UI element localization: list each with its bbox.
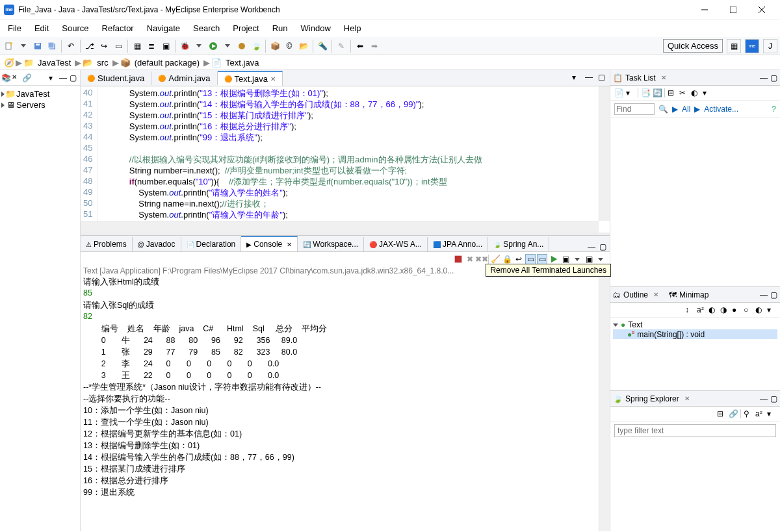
console-dropdown-1[interactable] [572, 254, 582, 264]
breadcrumb-item[interactable]: (default package) [132, 58, 202, 68]
bottom-tab-javadoc[interactable]: @Javadoc [133, 237, 181, 251]
breadcrumb-item[interactable]: src [94, 58, 110, 68]
forward-button[interactable]: ➡ [368, 40, 381, 53]
remove-launch-button[interactable]: ✖ [465, 254, 475, 264]
close-icon[interactable]: ✕ [684, 395, 690, 402]
coverage-button[interactable]: 🍃 [250, 40, 263, 53]
other-perspective-button[interactable]: J [763, 39, 777, 53]
bottom-tab-jpa[interactable]: 🟦JPA Anno... [428, 237, 488, 251]
list-button[interactable]: ≣ [145, 40, 158, 53]
task-activate-link[interactable]: Activate... [704, 105, 738, 114]
chevron-down-icon[interactable] [613, 323, 618, 327]
open-console-button[interactable]: ▣ [560, 254, 571, 264]
code-editor[interactable]: 40414243444546474849505152 System.out.pr… [81, 86, 610, 233]
breadcrumb-item[interactable]: JavaTest [35, 58, 73, 68]
help-icon[interactable]: ? [772, 105, 776, 114]
min-editor-icon[interactable]: ― [585, 73, 595, 83]
hide-fields-button[interactable]: ◐ [708, 305, 718, 314]
close-icon[interactable]: ✕ [653, 291, 658, 298]
show-console-button[interactable]: ▭ [525, 254, 536, 264]
run-dropdown[interactable] [221, 40, 234, 53]
editor-vertical-scrollbar[interactable] [599, 86, 610, 221]
hide-local-button[interactable]: ○ [744, 305, 753, 314]
maximize-view-icon[interactable]: ▢ [770, 290, 777, 299]
list-editor-icon[interactable]: ▾ [572, 73, 582, 83]
tree-node[interactable]: 📁JavaTest [1, 88, 79, 99]
sync-button[interactable]: 🔄 [653, 88, 662, 97]
chevron-right-icon[interactable] [1, 92, 5, 97]
az-button[interactable]: aᶻ [697, 305, 706, 314]
menu-run[interactable]: Run [267, 21, 293, 36]
task-find-input[interactable] [614, 103, 655, 115]
clear-console-button[interactable]: 🧹 [490, 254, 500, 264]
outline-button[interactable]: ⎇ [83, 40, 96, 53]
word-wrap-button[interactable]: ↩ [514, 254, 524, 264]
link-button[interactable]: 🔗 [729, 409, 738, 418]
outline-root[interactable]: Text [628, 320, 642, 329]
search-button[interactable]: 🔦 [316, 40, 329, 53]
open-perspective-button[interactable]: ▦ [727, 39, 741, 53]
new-class-button[interactable]: © [283, 40, 296, 53]
step-button[interactable]: ↪ [98, 40, 110, 53]
search-icon[interactable]: 🔍 [658, 105, 668, 114]
menu-window[interactable]: Window [296, 21, 336, 36]
close-icon[interactable]: ✕ [661, 74, 666, 81]
block-button[interactable]: ▭ [112, 40, 125, 53]
editor-tab[interactable]: 🟠Admin.java [151, 71, 217, 85]
back-button[interactable]: ⬅ [354, 40, 367, 53]
task-all-link[interactable]: All [682, 105, 690, 114]
menu-file[interactable]: File [3, 21, 27, 36]
minimize-view-icon[interactable]: ― [59, 73, 68, 82]
spring-filter-input[interactable] [614, 424, 776, 437]
minimize-view-icon[interactable]: ― [760, 73, 768, 82]
outline-method[interactable]: main(String[]) : void [637, 330, 705, 339]
max-bottom-icon[interactable]: ▢ [599, 242, 608, 251]
open-type-button[interactable]: 📂 [297, 40, 310, 53]
undo-button[interactable]: ↶ [64, 40, 77, 53]
debug-button[interactable]: 🐞 [178, 40, 191, 53]
save-button[interactable] [31, 40, 44, 53]
collapse-button[interactable]: ⊟ [717, 409, 726, 418]
console-vertical-scrollbar[interactable] [599, 266, 610, 531]
editor-horizontal-scrollbar[interactable] [81, 222, 599, 233]
bottom-tab-spring[interactable]: 🍃Spring An... [488, 237, 549, 251]
minimize-button[interactable] [690, 1, 719, 19]
focus-button[interactable]: ◐ [691, 88, 700, 97]
bottom-tab-decl[interactable]: 📄Declaration [181, 237, 242, 251]
code-area[interactable]: System.out.println("13：根据编号删除学生(如：01)");… [98, 86, 610, 233]
menu-project[interactable]: Project [228, 21, 264, 36]
bottom-tab-jaxws[interactable]: 🔴JAX-WS A... [364, 237, 428, 251]
maximize-view-icon[interactable]: ▢ [70, 73, 79, 82]
new-dropdown[interactable] [17, 40, 30, 53]
runlast-button[interactable] [235, 40, 248, 53]
java-perspective-button[interactable]: me [745, 39, 759, 53]
display-selected-button[interactable] [549, 254, 559, 264]
maximize-view-icon[interactable]: ▢ [770, 73, 777, 82]
chevron-right-icon[interactable] [1, 103, 5, 108]
minimize-view-icon[interactable]: ― [760, 394, 768, 403]
menu-edit[interactable]: Edit [29, 21, 54, 36]
menu-source[interactable]: Source [57, 21, 94, 36]
menu-refactor[interactable]: Refactor [97, 21, 139, 36]
bottom-tab-problems[interactable]: ⚠Problems [81, 237, 133, 251]
sort-button[interactable]: ↕ [685, 305, 694, 314]
pin-console-button[interactable]: ▭ [537, 254, 547, 264]
console-dropdown-2[interactable] [595, 254, 606, 264]
remove-all-button[interactable]: ✖✖ [476, 254, 487, 264]
wand-button[interactable]: ✎ [335, 40, 348, 53]
menu-search[interactable]: Search [188, 21, 225, 36]
dropdown-icon[interactable]: ▾ [626, 88, 635, 97]
close-icon[interactable]: ✕ [12, 73, 21, 82]
outline-tree[interactable]: ● Text ●s main(String[]) : void [610, 318, 780, 390]
hide-nonpublic-button[interactable]: ● [732, 305, 741, 314]
link-editor-icon[interactable]: 🔗 [22, 73, 31, 82]
close-icon[interactable]: ✕ [287, 241, 292, 248]
console-view[interactable]: Text [Java Application] F:\Program Files… [81, 266, 610, 531]
package-explorer-icon[interactable]: 📚 [1, 73, 10, 82]
view-menu-icon[interactable]: ▾ [703, 88, 712, 97]
new-package-button[interactable]: 📦 [268, 40, 281, 53]
menu-navigate[interactable]: Navigate [142, 21, 185, 36]
minimize-view-icon[interactable]: ― [760, 290, 768, 299]
bottom-tab-console[interactable]: ▶Console✕ [241, 236, 298, 251]
new-button[interactable] [3, 40, 16, 53]
